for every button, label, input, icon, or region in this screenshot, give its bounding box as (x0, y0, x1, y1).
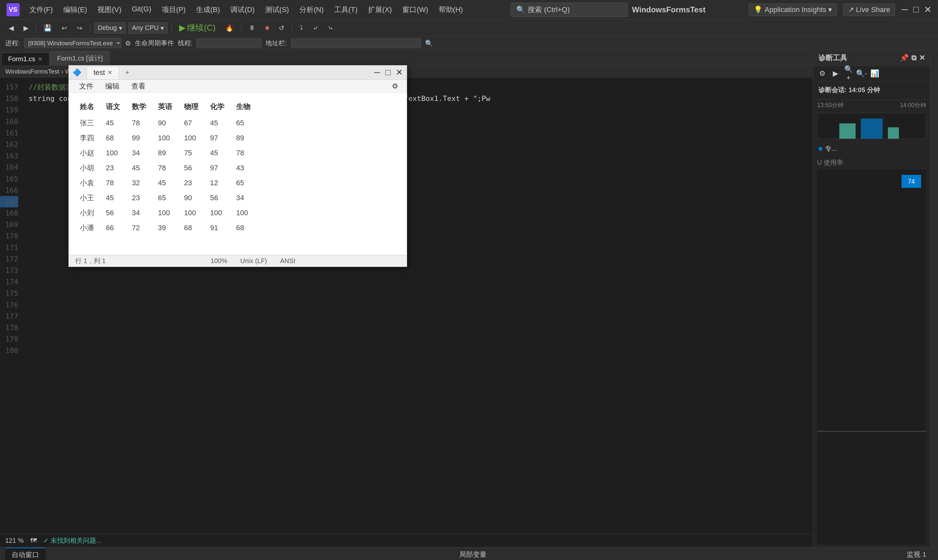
save-button[interactable]: 💾 (40, 23, 55, 34)
menu-item[interactable]: 工具(T) (330, 3, 362, 16)
back-button[interactable]: ◀ (5, 23, 17, 34)
line-number: 172 (0, 253, 18, 265)
location-input[interactable] (291, 38, 421, 48)
table-cell: 23 (105, 160, 131, 175)
menu-item[interactable]: Git(G) (127, 3, 156, 16)
hot-reload-button[interactable]: 🔥 (222, 23, 237, 34)
table-cell: 89 (235, 131, 261, 146)
redo-button[interactable]: ↪ (73, 23, 86, 34)
table-cell: 78 (131, 115, 157, 131)
menu-item[interactable]: 测试(S) (260, 3, 293, 16)
diag-pin-button[interactable]: 📌 (900, 54, 909, 62)
fw-menubar-left: 文件编辑查看 (74, 80, 151, 92)
fw-line-ending: Unix (LF) (240, 257, 267, 265)
application-insights-button[interactable]: 💡 Application Insights ▾ (749, 3, 837, 16)
diag-start-button[interactable]: ▶ (830, 68, 841, 79)
menu-item[interactable]: 文件(F) (25, 3, 57, 16)
fw-maximize-button[interactable]: □ (385, 68, 391, 77)
bottom-tab-2[interactable]: 监视 1 (900, 548, 933, 560)
chart-baseline (817, 431, 926, 432)
table-cell: 100 (157, 131, 183, 146)
step-out-button[interactable]: ⤷ (324, 23, 337, 34)
title-bar-center: 🔍 搜索 (Ctrl+Q) WindowsFormsTest (511, 3, 705, 17)
table-cell: 100 (105, 146, 131, 160)
process-select[interactable]: [9308] WindowsFormsTest.exe (24, 38, 121, 48)
zoom-level: 121 % (5, 537, 24, 545)
bottom-tab-0[interactable]: 自动窗口 (5, 548, 46, 560)
table-cell: 65 (235, 175, 261, 191)
chevron-down-icon: ▾ (828, 6, 832, 14)
diag-settings-button[interactable]: ⚙ (817, 68, 827, 79)
diag-close-button[interactable]: ✕ (919, 54, 925, 62)
fw-add-tab-button[interactable]: + (120, 66, 134, 79)
fw-settings-button[interactable]: ⚙ (388, 81, 402, 92)
continue-button[interactable]: ▶ 继续(C) (176, 20, 219, 35)
thread-label: 线程: (178, 39, 193, 48)
chevron-down-icon: ▾ (160, 24, 164, 32)
close-button[interactable]: ✕ (924, 4, 932, 15)
menu-item[interactable]: 视图(V) (93, 3, 126, 16)
menu-item[interactable]: 窗口(W) (398, 3, 433, 16)
tab-close-button[interactable]: ✕ (38, 56, 43, 63)
menu-item[interactable]: 项目(P) (157, 3, 190, 16)
menu-item[interactable]: 生成(B) (191, 3, 225, 16)
line-number: 167 (0, 196, 18, 208)
code-line (29, 322, 808, 333)
fw-minimize-button[interactable]: ─ (374, 68, 380, 77)
undo-button[interactable]: ↩ (58, 23, 71, 34)
code-line (29, 333, 808, 345)
diag-float-button[interactable]: ⧉ (911, 54, 916, 62)
fw-menu-item[interactable]: 文件 (74, 80, 99, 92)
thread-input[interactable] (196, 38, 262, 48)
fw-encoding: ANSI (280, 257, 296, 265)
editor-tab-0[interactable]: Form1.cs✕ (1, 52, 49, 65)
step-over-button[interactable]: ⤵ (296, 23, 307, 33)
fw-tab-test[interactable]: test ✕ (87, 66, 119, 79)
menu-item[interactable]: 编辑(E) (59, 3, 91, 16)
location-label: 地址栏: (265, 39, 287, 48)
minimize-button[interactable]: ─ (901, 4, 908, 15)
fw-menu-item[interactable]: 查看 (126, 80, 151, 92)
menu-item[interactable]: 调试(D) (226, 3, 259, 16)
maximize-button[interactable]: □ (913, 4, 919, 15)
table-cell: 100 (157, 205, 183, 220)
fw-window-controls: ─ □ ✕ (374, 68, 403, 77)
diag-chart-button[interactable]: 📊 (869, 68, 880, 79)
diag-zoom-in-button[interactable]: 🔍+ (843, 68, 854, 79)
toolbar: ◀ ▶ 💾 ↩ ↪ Debug ▾ Any CPU ▾ ▶ 继续(C) 🔥 ⏸ … (0, 20, 938, 37)
title-bar-right: 💡 Application Insights ▾ ↗ Live Share ─ … (749, 3, 932, 16)
fw-close-button[interactable]: ✕ (396, 68, 403, 77)
table-cell: 91 (209, 220, 235, 235)
cpu-config-dropdown[interactable]: Any CPU ▾ (128, 23, 168, 34)
debug-config-dropdown[interactable]: Debug ▾ (94, 23, 126, 34)
table-cell: 43 (235, 160, 261, 175)
global-search-box[interactable]: 🔍 搜索 (Ctrl+Q) (511, 3, 628, 17)
step-into-button[interactable]: ⤶ (309, 23, 322, 34)
menu-item[interactable]: 扩展(X) (363, 3, 396, 16)
line-number: 157 (0, 82, 18, 93)
stop-button[interactable]: ■ (262, 23, 273, 33)
bottom-tab-1[interactable]: 局部变量 (453, 548, 493, 560)
pause-button[interactable]: ⏸ (245, 23, 259, 33)
line-number: 168 (0, 208, 18, 219)
forward-button[interactable]: ▶ (20, 23, 32, 34)
fw-tabs: test ✕ + (87, 66, 134, 79)
table-cell: 小潘 (79, 220, 105, 235)
menu-item[interactable]: 帮助(H) (434, 3, 468, 16)
bottom-panel-tabs: 自动窗口局部变量监视 1 (0, 547, 938, 560)
menu-item[interactable]: 分析(N) (295, 3, 328, 16)
live-share-button[interactable]: ↗ Live Share (843, 3, 895, 16)
table-cell: 89 (157, 146, 183, 160)
line-number: 174 (0, 276, 18, 288)
fw-tab-close-button[interactable]: ✕ (108, 69, 112, 76)
breadcrumb-item[interactable]: WindowsFormsTest (5, 68, 59, 75)
diag-session-info: 诊断会话: 14:05 分钟 (813, 82, 930, 100)
title-bar-menus: 文件(F)编辑(E)视图(V)Git(G)项目(P)生成(B)调试(D)测试(S… (25, 3, 467, 16)
separator-5 (292, 23, 292, 32)
tab-label: Form1.cs (8, 55, 35, 63)
diag-zoom-out-button[interactable]: 🔍- (856, 68, 867, 79)
fw-menu-item[interactable]: 编辑 (100, 80, 125, 92)
table-cell: 68 (235, 220, 261, 235)
restart-button[interactable]: ↺ (275, 23, 288, 34)
editor-tab-1[interactable]: Form1.cs [设计] (50, 51, 109, 65)
